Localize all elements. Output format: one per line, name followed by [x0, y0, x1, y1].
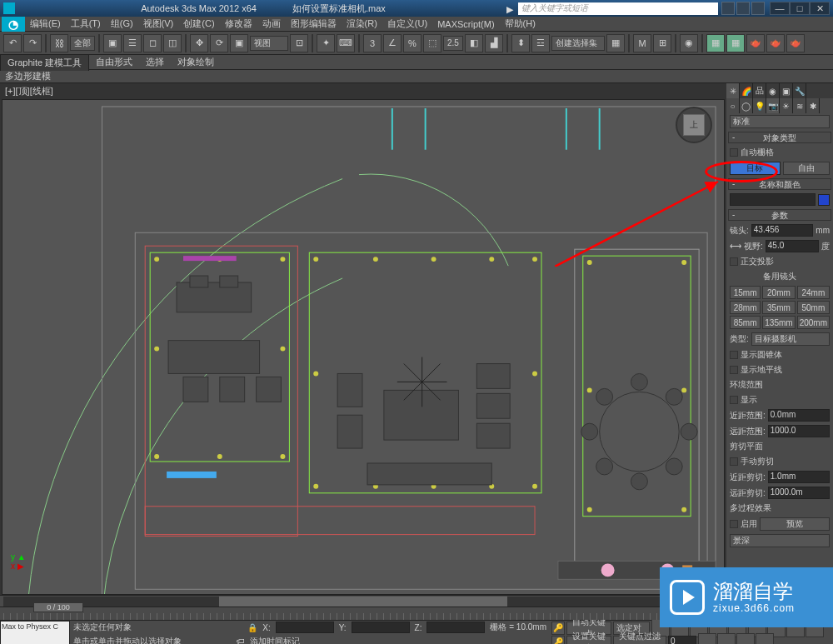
rendered-frame-button[interactable]: ▦	[726, 34, 745, 52]
menu-customize[interactable]: 自定义(U)	[382, 17, 432, 30]
ribbon-objectpaint-tab[interactable]: 对象绘制	[171, 54, 221, 70]
cat-lights[interactable]: 💡	[753, 98, 766, 113]
keyboard-shortcut-button[interactable]: ⌨	[337, 34, 355, 52]
menu-group[interactable]: 组(G)	[106, 17, 138, 30]
ribbon-selection-tab[interactable]: 选择	[139, 54, 171, 70]
menu-help[interactable]: 帮助(H)	[500, 17, 541, 30]
viewport-top[interactable]: 上 y ▲x ▶	[2, 99, 725, 595]
display-tab[interactable]: ▣	[780, 83, 793, 98]
utilities-tab[interactable]: 🔧	[793, 83, 806, 98]
viewport-label[interactable]: [+][顶][线框]	[0, 83, 726, 99]
schematic-view-button[interactable]: ⊞	[653, 34, 671, 52]
menu-modifiers[interactable]: 修改器	[220, 17, 257, 30]
snap-toggle-button[interactable]: 3	[363, 34, 382, 52]
select-object-button[interactable]: ▣	[103, 34, 122, 52]
select-name-button[interactable]: ☰	[123, 34, 142, 52]
object-color-button[interactable]	[818, 194, 830, 206]
key-mode-button[interactable]: 🔑	[551, 622, 565, 635]
set-key-icon[interactable]: 🔑	[551, 636, 565, 645]
plugin-panel[interactable]: Max to Physex C	[0, 621, 70, 644]
mpass-effect-dropdown[interactable]: 景深	[730, 534, 830, 547]
coord-z-input[interactable]	[426, 622, 485, 633]
menu-animation[interactable]: 动画	[257, 17, 286, 30]
auto-grid-checkbox[interactable]	[730, 148, 738, 157]
modify-tab[interactable]: 🌈	[740, 83, 753, 98]
pivot-button[interactable]: ⊡	[290, 34, 308, 52]
layer-button[interactable]: ☲	[531, 34, 550, 52]
redo-button[interactable]: ↷	[23, 34, 42, 52]
mpass-enable-checkbox[interactable]	[730, 520, 738, 528]
add-time-tag[interactable]: 添加时间标记	[250, 636, 300, 644]
preset-35mm[interactable]: 35mm	[762, 301, 795, 314]
cat-helpers[interactable]: ☀	[780, 98, 793, 113]
close-button[interactable]: ✕	[810, 2, 830, 15]
render-setup-button[interactable]: ▦	[706, 34, 725, 52]
viewcube-face-top[interactable]: 上	[683, 114, 705, 136]
env-show-checkbox[interactable]	[730, 396, 738, 404]
preset-200mm[interactable]: 200mm	[797, 316, 830, 329]
viewport-nav-6[interactable]	[717, 633, 736, 645]
hierarchy-tab[interactable]: 品	[753, 83, 766, 98]
rollout-name-color[interactable]: 名称和颜色	[728, 178, 831, 190]
menu-views[interactable]: 视图(V)	[138, 17, 179, 30]
rollout-object-type[interactable]: 对象类型	[728, 132, 831, 143]
camera-category-dropdown[interactable]: 标准	[730, 115, 830, 128]
graphite-button[interactable]: ▦	[606, 34, 625, 52]
angle-snap-button[interactable]: ∠	[383, 34, 402, 52]
menu-grapheditors[interactable]: 图形编辑器	[286, 17, 342, 30]
spinner-snap-button[interactable]: ⬚	[423, 34, 441, 52]
material-editor-button[interactable]: ◉	[680, 34, 698, 52]
spinner-value[interactable]: 2.5	[443, 36, 463, 51]
rollout-parameters[interactable]: 参数	[728, 209, 831, 221]
link-button[interactable]: ⛓	[50, 34, 68, 52]
viewport-nav-8[interactable]	[756, 633, 774, 645]
cat-systems[interactable]: ✱	[806, 98, 820, 113]
create-tab[interactable]: ✳	[726, 83, 740, 98]
near-clip-spinner[interactable]: 1.0mm	[768, 471, 830, 483]
edit-named-sel-button[interactable]: ◧	[465, 34, 483, 52]
coord-y-input[interactable]	[352, 622, 410, 633]
cat-shapes[interactable]: ◯	[740, 98, 753, 113]
far-clip-spinner[interactable]: 1000.0m	[768, 487, 830, 499]
mpass-preview-button[interactable]: 预览	[760, 517, 830, 531]
time-slider-handle[interactable]: 0 / 100	[33, 602, 83, 612]
viewport-nav-5[interactable]	[698, 633, 716, 645]
current-frame-spinner[interactable]: 0	[668, 636, 696, 644]
comm-center-icon[interactable]	[721, 2, 735, 15]
rotate-button[interactable]: ⟳	[210, 34, 228, 52]
target-camera-button[interactable]: 目标	[730, 162, 781, 175]
preset-135mm[interactable]: 135mm	[762, 316, 795, 329]
motion-tab[interactable]: ◉	[766, 83, 780, 98]
ribbon-freeform-tab[interactable]: 自由形式	[89, 54, 139, 70]
render-button[interactable]: 🫖	[746, 34, 765, 52]
menu-create[interactable]: 创建(C)	[178, 17, 219, 30]
show-horizon-checkbox[interactable]	[730, 366, 738, 374]
cat-spacewarps[interactable]: ≋	[793, 98, 806, 113]
near-range-spinner[interactable]: 0.0mm	[768, 409, 830, 422]
preset-28mm[interactable]: 28mm	[730, 301, 761, 314]
camera-type-dropdown[interactable]: 目标摄影机	[751, 332, 830, 346]
percent-snap-button[interactable]: %	[403, 34, 421, 52]
ortho-checkbox[interactable]	[730, 257, 738, 266]
star-icon[interactable]	[736, 2, 750, 15]
menu-rendering[interactable]: 渲染(R)	[342, 17, 382, 30]
scale-button[interactable]: ▣	[230, 34, 248, 52]
window-crossing-button[interactable]: ◫	[163, 34, 182, 52]
named-selset-dropdown[interactable]: 创建选择集	[551, 36, 605, 51]
key-filters-button[interactable]: 关键点过滤器	[613, 636, 666, 645]
manual-clip-checkbox[interactable]	[730, 457, 738, 466]
curve-editor-button[interactable]: M	[633, 34, 651, 52]
ref-coord-dropdown[interactable]: 视图	[250, 36, 288, 51]
minimize-button[interactable]: —	[770, 2, 790, 15]
preset-85mm[interactable]: 85mm	[730, 316, 761, 329]
app-menu-button[interactable]: ◔	[2, 17, 25, 32]
far-range-spinner[interactable]: 1000.0	[768, 425, 830, 437]
free-camera-button[interactable]: 自由	[783, 162, 831, 175]
show-cone-checkbox[interactable]	[730, 351, 738, 359]
viewport-nav-7[interactable]	[736, 633, 755, 645]
selection-filter[interactable]: 全部	[70, 36, 95, 51]
viewcube[interactable]: 上	[676, 107, 712, 143]
preset-24mm[interactable]: 24mm	[797, 286, 830, 299]
menu-maxscript[interactable]: MAXScript(M)	[432, 19, 499, 29]
maximize-button[interactable]: □	[790, 2, 810, 15]
